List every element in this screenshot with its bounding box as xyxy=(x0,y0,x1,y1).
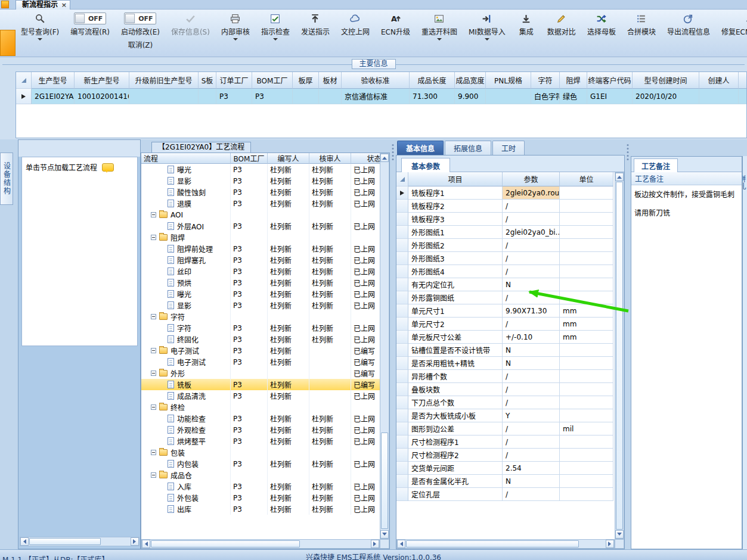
flow-row[interactable]: 入库P3杜列新杜列新已上网 xyxy=(141,481,380,492)
scroll-thumb[interactable] xyxy=(29,538,101,545)
repair-ecn-flow-button[interactable]: 修复ECN拆乱流程 xyxy=(717,11,747,38)
flow-row[interactable]: 电子测试P3杜列新已编写 xyxy=(141,356,380,368)
params-row[interactable]: 铣板程序2/ xyxy=(396,200,613,213)
params-row[interactable]: 钻槽位置是否不设计铣带N xyxy=(396,344,613,357)
flow-row[interactable]: 字符P3杜列新杜列新已上网 xyxy=(141,322,380,334)
params-hscrollbar[interactable] xyxy=(396,539,615,549)
params-row[interactable]: 铣板程序12glei02ya0.rou xyxy=(396,186,613,200)
params-cell[interactable]: 尺寸检测程序1 xyxy=(408,435,503,449)
params-cell[interactable]: 外形图纸4 xyxy=(408,265,503,278)
params-cell[interactable]: / xyxy=(503,318,560,331)
params-cell[interactable]: 下刀点总个数 xyxy=(408,396,503,409)
flow-row[interactable]: 外包装P3杜列新杜列新已上网 xyxy=(141,492,380,503)
flow-row[interactable]: 终检 xyxy=(141,402,380,413)
params-cell[interactable]: 2glei02ya0_bi... xyxy=(503,226,560,239)
params-cell[interactable]: 外形图纸3 xyxy=(408,252,503,265)
params-cell[interactable] xyxy=(560,226,613,239)
reselect-cut-drawing-button[interactable]: 重选开料图 xyxy=(417,11,461,43)
params-column-header[interactable]: 项目 xyxy=(408,172,503,186)
params-cell[interactable]: 是否有金属化半孔 xyxy=(408,475,503,488)
flow-row[interactable]: 酸性蚀刻P3杜列新杜列新已上网 xyxy=(141,186,380,198)
device-panel-hscrollbar[interactable] xyxy=(20,537,140,546)
tab-new-flow-instruction[interactable]: 新流程指示 × xyxy=(16,0,70,10)
merge-module-button[interactable]: 合拼模块 xyxy=(623,11,660,38)
params-cell[interactable]: 叠板块数 xyxy=(408,383,503,396)
scroll-thumb[interactable] xyxy=(381,433,388,529)
chevron-down-icon[interactable] xyxy=(233,39,238,42)
main-column-header[interactable]: S板 xyxy=(199,72,216,89)
params-cell[interactable] xyxy=(560,291,613,304)
params-cell[interactable] xyxy=(560,449,613,462)
params-cell[interactable]: / xyxy=(503,488,560,501)
main-column-header[interactable]: 创建人 xyxy=(699,72,739,89)
select-all-corner[interactable] xyxy=(16,72,32,89)
flow-row[interactable]: 阻焊塞孔P3杜列新杜列新已上网 xyxy=(141,254,380,266)
params-cell[interactable]: / xyxy=(503,422,560,435)
scroll-up-icon[interactable] xyxy=(380,154,389,162)
main-column-header[interactable]: 新生产型号 xyxy=(75,72,129,89)
select-mother-board-button[interactable]: 选择母板 xyxy=(583,11,620,38)
internal-audit-button[interactable]: 内部审核 xyxy=(217,11,254,43)
params-row[interactable]: 单元尺寸2/mm xyxy=(396,318,613,331)
ecn-upgrade-button[interactable]: AECN升级 xyxy=(377,11,414,38)
expander-icon[interactable] xyxy=(151,348,156,353)
expander-icon[interactable] xyxy=(151,212,156,217)
flow-row[interactable]: AOI xyxy=(141,209,380,220)
flow-row[interactable]: 预烘P3杜列新杜列新已上网 xyxy=(141,277,380,288)
params-cell[interactable]: 异形槽个数 xyxy=(408,370,503,383)
scroll-up-icon[interactable] xyxy=(615,173,624,181)
params-cell[interactable]: 是否采用粗铣+精铣 xyxy=(408,357,503,370)
tab-basic-params[interactable]: 基本参数 xyxy=(401,158,450,173)
save-info-button[interactable]: 保存信息(S) xyxy=(167,11,214,38)
flow-row[interactable]: 出库P3杜列新杜列新已上网 xyxy=(141,503,380,515)
params-cell[interactable] xyxy=(560,435,613,449)
expander-icon[interactable] xyxy=(151,235,156,240)
tab-basic-info[interactable]: 基本信息 xyxy=(397,141,444,155)
main-column-header[interactable]: 成品长度 xyxy=(410,72,455,89)
params-cell[interactable] xyxy=(560,488,613,501)
expander-icon[interactable] xyxy=(151,371,156,376)
main-column-header[interactable]: 成品宽度 xyxy=(455,72,486,89)
write-flow-toggle[interactable]: OFF xyxy=(74,13,106,24)
device-tree-area[interactable]: 单击节点加载工艺流程 xyxy=(21,157,138,346)
main-column-header[interactable]: 生产型号 xyxy=(32,72,75,89)
main-column-header[interactable]: BOM工厂 xyxy=(252,72,293,89)
send-instruction-button[interactable]: 发送指示 xyxy=(297,11,334,38)
params-cell[interactable] xyxy=(560,200,613,213)
params-cell[interactable]: mm xyxy=(560,318,613,331)
flow-row[interactable]: 显影P3杜列新杜列新已上网 xyxy=(141,175,380,186)
params-cell[interactable]: 铣板程序3 xyxy=(408,213,503,226)
params-cell[interactable]: 外形图纸1 xyxy=(408,226,503,239)
params-cell[interactable]: 9.90X71.30 xyxy=(503,304,560,318)
params-row[interactable]: 是否有金属化半孔N xyxy=(396,475,613,488)
scroll-left-icon[interactable] xyxy=(142,540,150,548)
export-flow-info-button[interactable]: 导出流程信息 xyxy=(663,11,714,38)
params-cell[interactable]: 是否为大板铣成小板 xyxy=(408,409,503,422)
scroll-right-icon[interactable] xyxy=(371,540,379,548)
scroll-left-icon[interactable] xyxy=(20,537,29,546)
params-cell[interactable]: 钻槽位置是否不设计铣带 xyxy=(408,344,503,357)
params-row[interactable]: 是否为大板铣成小板Y xyxy=(396,409,613,422)
params-cell[interactable]: N xyxy=(503,278,560,291)
params-cell[interactable]: mm xyxy=(560,304,613,318)
write-flow-button[interactable]: OFF编写流程(R) xyxy=(66,11,114,38)
main-column-header[interactable]: 阻焊 xyxy=(560,72,587,89)
splitter[interactable] xyxy=(625,139,631,549)
params-cell[interactable]: 外形图纸2 xyxy=(408,239,503,252)
tab-process-notes[interactable]: 工艺备注 xyxy=(634,158,678,173)
flow-row[interactable]: 显影P3杜列新杜列新已上网 xyxy=(141,300,380,311)
app-logo-icon[interactable] xyxy=(0,30,16,56)
model-query-button[interactable]: 型号查询(F) xyxy=(17,11,63,43)
flow-row[interactable]: 曝光P3杜列新杜列新已上网 xyxy=(141,164,380,175)
flow-row[interactable]: 曝光P3杜列新杜列新已上网 xyxy=(141,288,380,300)
params-cell[interactable]: 单元尺寸2 xyxy=(408,318,503,331)
params-row[interactable]: 交货单元间距2.54 xyxy=(396,462,613,475)
params-row[interactable]: 叠板块数/ xyxy=(396,383,613,396)
params-row[interactable]: 定位孔层/ xyxy=(396,488,613,501)
instruction-check-button[interactable]: 指示检查 xyxy=(257,11,294,43)
flow-row[interactable]: 丝印P3杜列新杜列新已上网 xyxy=(141,266,380,277)
flow-row[interactable]: 内包装P3杜列新杜列新已上网 xyxy=(141,458,380,469)
flow-row[interactable]: 外形已编写 xyxy=(141,368,380,379)
chevron-down-icon[interactable] xyxy=(38,39,42,42)
params-row[interactable]: 铣板程序3/ xyxy=(396,213,613,226)
